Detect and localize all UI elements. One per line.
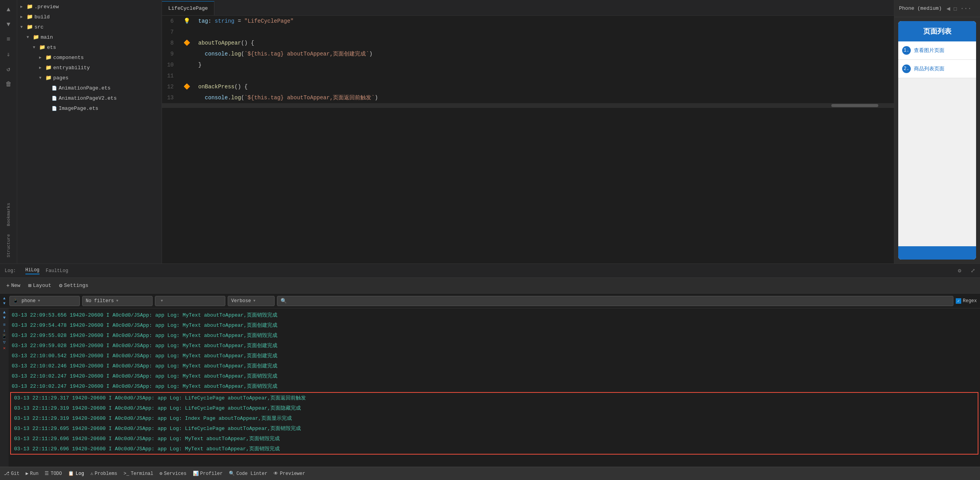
status-terminal[interactable]: >_ Terminal [124,471,153,476]
status-todo[interactable]: ☰ TODO [45,471,62,476]
tab-faultlog[interactable]: FaultLog [46,268,68,274]
log-row: 03-13 22:10:02.247 19420-20600 I A0c0d0/… [9,381,980,391]
log-content[interactable]: 03-13 22:09:53.656 19420-20600 I A0c0d0/… [9,308,980,467]
tree-item-src[interactable]: ▼ 📁 src [17,22,162,32]
tree-item-preview[interactable]: ▶ 📁 .preview [17,2,162,12]
phone-screen-title: 页面列表 [898,21,976,41]
log-row: 03-13 22:09:55.028 19420-20600 I A0c0d0/… [9,330,980,340]
highlighted-log-section: 03-13 22:11:29.317 19420-20600 I A0c0d0/… [10,392,978,455]
phone-list-item-1[interactable]: 1. 查看图片页面 [898,41,976,60]
log-row: 03-13 22:10:02.246 19420-20600 I A0c0d0/… [9,361,980,371]
gutter-download[interactable]: ⇓ [3,328,6,333]
tree-item-main[interactable]: ▼ 📁 main [17,32,162,42]
left-sidebar: ▲ ▼ ≡ ⇓ ↺ 🗑 Bookmarks Structure [0,0,17,263]
phone-screen: 页面列表 1. 查看图片页面 2. 商品列表页面 [898,21,976,260]
gutter-close[interactable]: ✕ [3,346,6,351]
commit-icon[interactable]: ▲ [2,3,15,16]
tree-item-ets[interactable]: ▼ 📁 ets [17,42,162,52]
layout-icon: ⊞ [28,282,31,289]
log-row: 03-13 22:09:59.028 19420-20600 I A0c0d0/… [9,340,980,351]
tree-item-imagepage[interactable]: ▶ 📄 ImagePage.ets [17,103,162,113]
highlighted-log-row-4: 03-13 22:11:29.695 19420-20600 I A0c0d0/… [11,423,978,433]
status-codelinter[interactable]: 🔍 Code Linter [229,471,267,476]
verbose-select[interactable]: Verbose ▼ [228,296,275,306]
filter-select[interactable]: No filters ▼ [82,296,153,306]
gutter-scroll-down[interactable]: ▼ [3,315,6,320]
code-tab-bar: LifeCyclePage [162,0,894,16]
code-line-7: 7 [162,27,894,38]
code-tab-lifecycle[interactable]: LifeCyclePage [162,1,214,15]
phone-panel: Phone (medium) ◀ ☐ ··· 页面列表 1. 查看图片页面 2.… [894,0,980,263]
status-git[interactable]: ⎇ Git [4,471,20,476]
phone-list-label-1: 查看图片页面 [914,47,944,54]
download-icon[interactable]: ⇓ [2,48,15,61]
main-layout: ▲ ▼ ≡ ⇓ ↺ 🗑 Bookmarks Structure ▶ 📁 .pre… [0,0,980,263]
structure-label[interactable]: Structure [5,231,12,260]
highlighted-log-row-5: 03-13 22:11:29.696 19420-20600 I A0c0d0/… [11,433,978,444]
log-filter-bar: ▲ ▼ 📱 phone ▼ No filters ▼ ▼ Verbose ▼ 🔍… [0,294,980,308]
new-button[interactable]: + New [4,281,23,290]
log-row: 03-13 22:09:54.478 19420-20600 I A0c0d0/… [9,320,980,330]
log-row: 03-13 22:09:53.656 19420-20600 I A0c0d0/… [9,310,980,320]
device-select[interactable]: 📱 phone ▼ [9,296,80,306]
gutter-phone[interactable]: 📱 [2,334,7,339]
tree-item-entryability[interactable]: ▶ 📁 entryability [17,63,162,73]
log-row: 03-13 22:10:00.542 19420-20600 I A0c0d0/… [9,351,980,361]
status-problems[interactable]: ⚠ Problems [90,471,117,476]
tree-item-pages[interactable]: ▼ 📁 pages [17,73,162,83]
search-icon: 🔍 [281,298,287,304]
code-line-12: 12 🔶 onBackPress() { [162,81,894,92]
log-row: 03-13 22:10:02.247 19420-20600 I A0c0d0/… [9,371,980,381]
tree-item-components[interactable]: ▶ 📁 components [17,52,162,63]
plus-icon: + [6,283,9,289]
gutter-filter[interactable]: ▽ [3,340,6,345]
phone-label: Phone (medium) [899,5,942,11]
phone-list-item-2[interactable]: 2. 商品列表页面 [898,60,976,78]
phone-toolbar: Phone (medium) ◀ ☐ ··· [894,0,980,17]
gear-icon: ⚙ [59,282,62,289]
status-log[interactable]: 📋 Log [68,471,84,476]
gutter-menu[interactable]: ≡ [3,322,6,327]
gutter-scroll-up[interactable]: ▲ [3,310,6,315]
bookmarks-label[interactable]: Bookmarks [5,200,12,229]
expand-icon[interactable]: ⤢ [971,267,975,274]
code-line-11: 11 [162,70,894,81]
code-line-13: 13 console.log(`${this.tag} aboutToAppea… [162,92,894,103]
regex-checkbox[interactable] [956,298,961,304]
phone-view-icon[interactable]: ☐ [953,5,957,13]
delete-icon[interactable]: 🗑 [2,77,15,91]
more-icon[interactable]: ··· [960,5,972,12]
code-area[interactable]: 6 💡 tag: string = "LifeCyclePage" 7 8 🔶 … [162,16,894,263]
log-tabs: Log: HiLog FaultLog ⚙ ⤢ [0,264,980,278]
tree-item-animationpagev2[interactable]: ▶ 📄 AnimationPageV2.ets [17,93,162,103]
settings-button[interactable]: ⚙ Settings [57,281,91,290]
empty-filter-select[interactable]: ▼ [155,296,225,306]
tree-item-build[interactable]: ▶ 📁 build [17,12,162,22]
status-previewer[interactable]: 👁 Previewer [273,471,305,476]
tab-hilog[interactable]: HiLog [25,267,40,274]
back-icon[interactable]: ◀ [946,5,950,13]
file-tree: ▶ 📁 .preview ▶ 📁 build ▼ 📁 src ▼ 📁 main … [17,0,162,263]
scroll-down-btn[interactable]: ▼ [3,301,5,306]
log-search-bar[interactable]: 🔍 [277,296,953,306]
log-left-gutter: ▲ ▼ ≡ ⇓ 📱 ▽ ✕ [0,308,9,467]
refresh-icon[interactable]: ↺ [2,63,15,76]
settings-gear-icon[interactable]: ⚙ [958,267,961,274]
log-panel: Log: HiLog FaultLog ⚙ ⤢ + New ⊞ Layout ⚙… [0,263,980,467]
layout-button[interactable]: ⊞ Layout [26,281,54,290]
phone-toolbar-icons: ◀ ☐ ··· [946,5,971,13]
status-services[interactable]: ⚙ Services [160,471,187,476]
status-profiler[interactable]: 📊 Profiler [193,471,223,476]
scroll-up-icon[interactable]: ▼ [2,18,15,31]
code-line-8: 8 🔶 aboutToAppear() { [162,38,894,48]
regex-toggle[interactable]: Regex [956,298,977,304]
scroll-up-btn[interactable]: ▲ [3,296,5,301]
code-line-9: 9 console.log(`${this.tag} aboutToAppear… [162,48,894,59]
log-toolbar: + New ⊞ Layout ⚙ Settings [0,278,980,294]
code-editor: LifeCyclePage 6 💡 tag: string = "LifeCyc… [162,0,894,263]
status-run[interactable]: ▶ Run [26,471,39,476]
tree-item-animationpage[interactable]: ▶ 📄 AnimationPage.ets [17,83,162,93]
code-line-6: 6 💡 tag: string = "LifeCyclePage" [162,16,894,27]
code-line-10: 10 } [162,59,894,70]
menu-icon[interactable]: ≡ [2,33,15,46]
